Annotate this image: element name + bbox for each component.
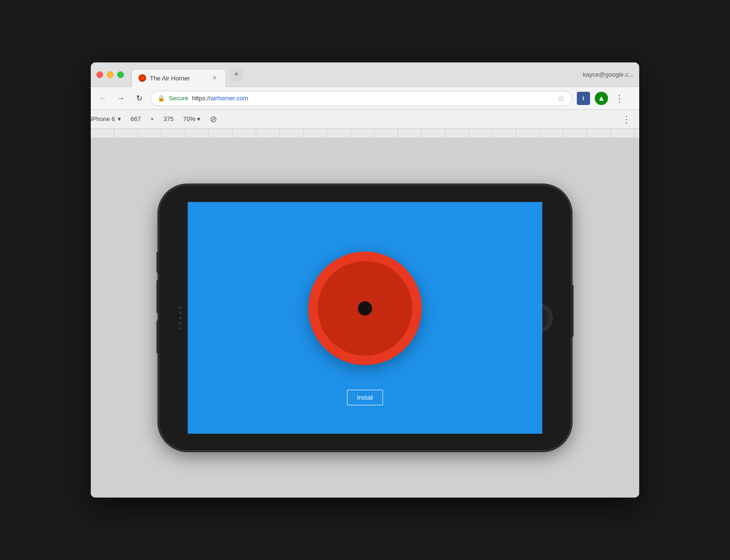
ruler-ticks [91,129,639,138]
side-button-power[interactable] [571,285,574,337]
device-selector[interactable]: iPhone 6 ▾ [91,115,121,122]
speaker-dot [179,306,182,309]
extension-button-1[interactable]: i [577,92,590,105]
browser-window: The Air Horner × + kayce@google.c... ← →… [91,62,639,498]
side-button-vol-down[interactable] [156,320,159,353]
device-x-label: × [150,115,154,122]
ruler-area [91,129,639,138]
device-toolbar-more-button[interactable]: ⋮ [622,114,632,125]
tab-title: The Air Horner [150,75,207,82]
device-toolbar: iPhone 6 ▾ 667 × 375 70% ▾ ⊘ ⋮ [91,110,639,129]
airhorn-center [358,301,372,315]
url-domain: airhorner.com [210,95,248,102]
tab-favicon-inner [140,76,144,80]
speaker-dot [179,327,182,330]
bookmark-icon[interactable]: ☆ [557,93,565,104]
speaker-dot [179,322,182,324]
reload-button[interactable]: ↻ [132,92,146,105]
airhorn-middle [318,261,412,356]
speaker-dot [179,312,182,314]
install-button[interactable]: Install [347,390,383,405]
airhorn-button[interactable] [308,252,422,365]
viewport-area: Install [91,138,639,498]
device-chevron-icon: ▾ [118,115,121,122]
address-bar[interactable]: 🔒 Secure https://airhorner.com ☆ [150,91,572,106]
device-width: 667 [130,115,141,122]
device-height: 375 [164,115,174,122]
url-prefix: https:// [192,95,210,102]
side-button-silent[interactable] [156,252,159,273]
browser-more-button[interactable]: ⋮ [613,92,626,105]
extension-button-2[interactable]: ▲ [595,92,608,105]
speaker-grille [177,304,183,332]
zoom-chevron-icon: ▾ [197,115,200,122]
secure-label: Secure [169,95,188,102]
device-name: iPhone 6 [91,115,115,122]
iphone-device-frame: Install [159,185,571,450]
user-label: kayce@google.c... [583,71,634,78]
tab-favicon [139,74,146,82]
traffic-lights [96,71,124,78]
back-button[interactable]: ← [96,92,110,105]
zoom-level: 70% [183,115,195,122]
url-text: https://airhorner.com [192,95,248,102]
new-tab-button[interactable]: + [230,68,243,81]
rotate-button[interactable]: ⊘ [210,114,217,124]
maximize-button[interactable] [117,71,124,78]
title-bar: The Air Horner × + kayce@google.c... [91,62,639,87]
forward-button[interactable]: → [114,92,128,105]
phone-screen[interactable]: Install [188,202,542,434]
zoom-selector[interactable]: 70% ▾ [183,115,200,122]
minimize-button[interactable] [107,71,113,78]
browser-tab[interactable]: The Air Horner × [131,69,226,87]
tab-close-button[interactable]: × [210,74,219,82]
nav-bar: ← → ↻ 🔒 Secure https://airhorner.com ☆ i… [91,87,639,110]
speaker-dot [179,317,182,319]
close-button[interactable] [96,71,103,78]
lock-icon: 🔒 [157,95,165,102]
side-button-vol-up[interactable] [156,280,159,313]
